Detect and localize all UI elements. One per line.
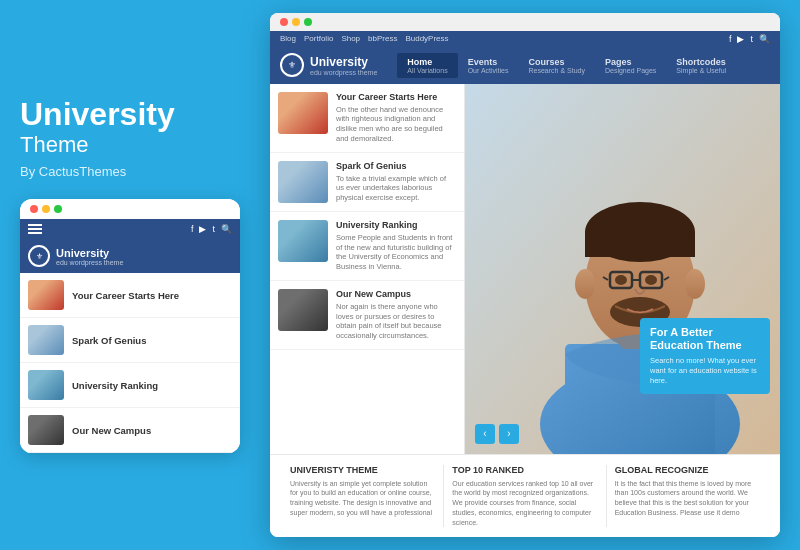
- desktop-nav-item[interactable]: HomeAll Variations: [397, 53, 457, 78]
- desktop-nav-item[interactable]: EventsOur Activities: [458, 53, 519, 78]
- hamburger-icon[interactable]: [28, 224, 42, 234]
- nav-label: Shortcodes: [676, 57, 726, 67]
- mobile-thumb: [28, 280, 64, 310]
- nav-sub: Our Activities: [468, 67, 509, 74]
- desktop-main: Your Career Starts Here On the other han…: [270, 84, 780, 454]
- mobile-toolbar: f ▶ t 🔍: [20, 219, 240, 239]
- desktop-toolbar-links: BlogPortfolioShopbbPressBuddyPress: [280, 34, 449, 43]
- desktop-item-content: University Ranking Some People and Stude…: [336, 220, 456, 272]
- mobile-site-info: University edu wordpress theme: [56, 247, 123, 266]
- desktop-item-desc: On the other hand we denounce with right…: [336, 105, 456, 144]
- search-icon[interactable]: 🔍: [759, 34, 770, 44]
- mobile-site-name: University: [56, 247, 123, 259]
- desktop-item-desc: To take a trivial example which of us ev…: [336, 174, 456, 203]
- nav-sub: Simple & Useful: [676, 67, 726, 74]
- nav-sub: All Variations: [407, 67, 447, 74]
- svg-point-16: [685, 269, 705, 299]
- desktop-item-content: Our New Campus Nor again is there anyone…: [336, 289, 456, 341]
- desktop-site-name: University: [310, 55, 377, 69]
- mobile-mockup: f ▶ t 🔍 ⚜ University edu wordpress theme…: [20, 199, 240, 453]
- desktop-toolbar: BlogPortfolioShopbbPressBuddyPress f ▶ t…: [270, 31, 780, 47]
- nav-sub: Designed Pages: [605, 67, 656, 74]
- desktop-item-title: Spark Of Genius: [336, 161, 456, 171]
- desktop-thumb: [278, 161, 328, 203]
- mobile-header: ⚜ University edu wordpress theme: [20, 239, 240, 273]
- mobile-list-item[interactable]: University Ranking: [20, 363, 240, 408]
- mobile-item-title: Spark Of Genius: [72, 335, 146, 346]
- desktop-top-bar: [270, 13, 780, 31]
- mobile-thumb: [28, 325, 64, 355]
- desktop-item-desc: Some People and Students in front of the…: [336, 233, 456, 272]
- desktop-logo: ⚜ University edu wordpress theme: [280, 53, 377, 77]
- toolbar-link[interactable]: Portfolio: [304, 34, 333, 43]
- desktop-stat-title: UNIVERISTY THEME: [290, 465, 435, 475]
- hero-arrows: ‹ ›: [475, 424, 519, 444]
- desktop-thumb: [278, 92, 328, 134]
- maximize-dot: [304, 18, 312, 26]
- nav-label: Pages: [605, 57, 632, 67]
- desktop-stat-desc: University is an simple yet complete sol…: [290, 479, 435, 518]
- desktop-item-title: University Ranking: [336, 220, 456, 230]
- toolbar-link[interactable]: BuddyPress: [405, 34, 448, 43]
- mobile-item-title: Our New Campus: [72, 425, 151, 436]
- desktop-stat-title: TOP 10 RANKED: [452, 465, 597, 475]
- minimize-dot: [42, 205, 50, 213]
- theme-title: University: [20, 97, 250, 132]
- desktop-list-item[interactable]: University Ranking Some People and Stude…: [270, 212, 464, 281]
- toolbar-link[interactable]: Shop: [341, 34, 360, 43]
- left-panel: University Theme By CactusThemes f ▶ t 🔍…: [20, 87, 250, 463]
- close-dot: [30, 205, 38, 213]
- desktop-item-desc: Nor again is there anyone who loves or p…: [336, 302, 456, 341]
- desktop-list-item[interactable]: Our New Campus Nor again is there anyone…: [270, 281, 464, 350]
- minimize-dot: [292, 18, 300, 26]
- desktop-toolbar-icons: f ▶ t 🔍: [729, 34, 770, 44]
- desktop-logo-text-group: University edu wordpress theme: [310, 55, 377, 76]
- twitter-icon: t: [212, 224, 215, 234]
- desktop-stat: GLOBAL RECOGNIZE It is the fact that thi…: [607, 465, 768, 528]
- toolbar-link[interactable]: bbPress: [368, 34, 397, 43]
- search-icon[interactable]: 🔍: [221, 224, 232, 234]
- nav-label: Home: [407, 57, 432, 67]
- desktop-item-content: Your Career Starts Here On the other han…: [336, 92, 456, 144]
- desktop-bottom-stats: UNIVERISTY THEME University is an simple…: [270, 454, 780, 538]
- toolbar-link[interactable]: Blog: [280, 34, 296, 43]
- desktop-nav-item[interactable]: CoursesResearch & Study: [519, 53, 595, 78]
- mobile-list-item[interactable]: Our New Campus: [20, 408, 240, 453]
- desktop-logo-icon: ⚜: [280, 53, 304, 77]
- close-dot: [280, 18, 288, 26]
- mobile-site-tagline: edu wordpress theme: [56, 259, 123, 266]
- desktop-mockup: BlogPortfolioShopbbPressBuddyPress f ▶ t…: [270, 13, 780, 538]
- nav-label: Courses: [529, 57, 565, 67]
- desktop-stat-title: GLOBAL RECOGNIZE: [615, 465, 760, 475]
- svg-point-12: [615, 275, 627, 285]
- desktop-nav-item[interactable]: ShortcodesSimple & Useful: [666, 53, 736, 78]
- desktop-item-content: Spark Of Genius To take a trivial exampl…: [336, 161, 456, 203]
- mobile-toolbar-icons: f ▶ t 🔍: [191, 224, 232, 234]
- desktop-item-title: Your Career Starts Here: [336, 92, 456, 102]
- desktop-stat-desc: Our education services ranked top 10 all…: [452, 479, 597, 528]
- desktop-nav-item[interactable]: PagesDesigned Pages: [595, 53, 666, 78]
- nav-sub: Research & Study: [529, 67, 585, 74]
- prev-arrow-button[interactable]: ‹: [475, 424, 495, 444]
- svg-point-13: [645, 275, 657, 285]
- mobile-list-item[interactable]: Spark Of Genius: [20, 318, 240, 363]
- desktop-list-item[interactable]: Your Career Starts Here On the other han…: [270, 84, 464, 153]
- mobile-logo: ⚜: [28, 245, 50, 267]
- desktop-content-list: Your Career Starts Here On the other han…: [270, 84, 465, 454]
- next-arrow-button[interactable]: ›: [499, 424, 519, 444]
- youtube-icon: ▶: [737, 34, 744, 44]
- mobile-thumb: [28, 415, 64, 445]
- facebook-icon: f: [191, 224, 194, 234]
- mobile-list: Your Career Starts Here Spark Of Genius …: [20, 273, 240, 453]
- desktop-site-tagline: edu wordpress theme: [310, 69, 377, 76]
- desktop-thumb: [278, 220, 328, 262]
- theme-subtitle: Theme: [20, 132, 250, 158]
- mobile-top-bar: [20, 199, 240, 219]
- hero-title: For A Better Education Theme: [650, 326, 760, 352]
- youtube-icon: ▶: [199, 224, 206, 234]
- desktop-list-item[interactable]: Spark Of Genius To take a trivial exampl…: [270, 153, 464, 212]
- nav-label: Events: [468, 57, 498, 67]
- desktop-item-title: Our New Campus: [336, 289, 456, 299]
- mobile-list-item[interactable]: Your Career Starts Here: [20, 273, 240, 318]
- desktop-stat: UNIVERISTY THEME University is an simple…: [282, 465, 444, 528]
